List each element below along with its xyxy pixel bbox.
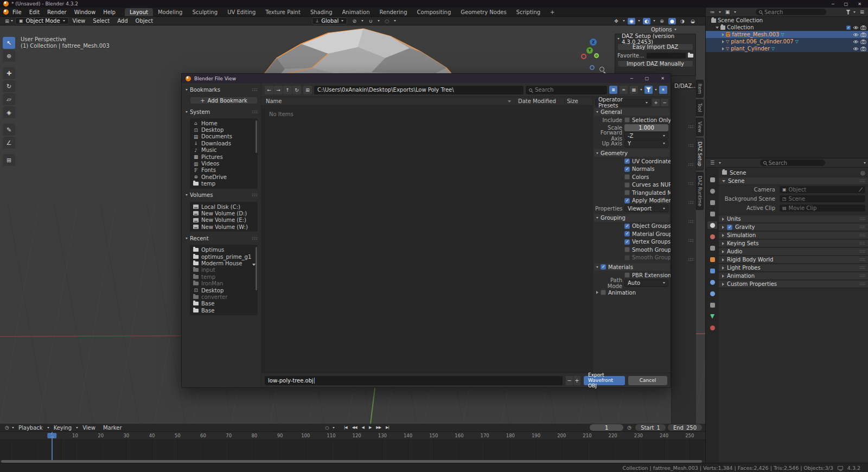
next-keyframe-button[interactable]: ▶▶ — [374, 425, 382, 430]
panel-grip[interactable] — [859, 217, 865, 221]
sidebar-item-documents[interactable]: ▤Documents — [192, 133, 258, 140]
bookmarks-section-header[interactable]: Bookmarks — [186, 86, 258, 93]
outliner-row-plant006[interactable]: ▽ plant.006_Cylinder.007 ▽ — [706, 38, 868, 45]
panel-custom-properties[interactable]: Custom Properties — [719, 280, 868, 288]
pbr-extensions-checkbox[interactable] — [624, 272, 630, 278]
tab-render-properties[interactable] — [707, 187, 717, 195]
timeline-tick-70[interactable]: 70 — [226, 433, 232, 438]
end-frame-field[interactable]: End 250 — [668, 424, 702, 431]
eyedropper-icon[interactable]: ⟋ — [859, 187, 863, 193]
tab-scene-properties[interactable] — [707, 221, 717, 229]
workspace-tab-uv-editing[interactable]: UV Editing — [222, 8, 260, 16]
playhead[interactable] — [52, 432, 53, 460]
materials-checkbox[interactable] — [601, 264, 606, 270]
tab-constraint-properties[interactable] — [707, 301, 717, 309]
sidebar-item-desktop[interactable]: ⊡Desktop — [192, 126, 258, 133]
plant-cylinder-render-camera-icon[interactable] — [860, 46, 866, 52]
recent-item-optimus-prime-g1[interactable]: optimus_prime_g1 — [192, 253, 258, 260]
view-horizontal-list-button[interactable]: ≡ — [620, 86, 628, 94]
tab-view[interactable]: View — [696, 118, 704, 136]
gizmo-y-axis[interactable]: Y — [586, 47, 593, 54]
sidebar-item-home[interactable]: ⌂Home — [192, 120, 258, 126]
recent-item-converter[interactable]: converter — [192, 294, 258, 300]
shading-solid-button[interactable]: ● — [668, 18, 676, 24]
properties-dropdown[interactable]: Viewport — [624, 205, 668, 212]
favorite-browse-icon[interactable] — [688, 54, 693, 58]
timeline-tick-120[interactable]: 120 — [353, 433, 361, 438]
collection-render-camera-icon[interactable] — [860, 25, 866, 30]
tab-data-properties[interactable] — [707, 312, 717, 320]
add-bookmark-button[interactable]: + Add Bookmark — [190, 97, 258, 104]
snap-magnet-button[interactable]: ∪ — [367, 18, 374, 24]
dialog-maximize-button[interactable]: ▢ — [645, 76, 649, 81]
workspace-tab-animation[interactable]: Animation — [337, 8, 375, 16]
panel-rigid-body-world[interactable]: Rigid Body World — [719, 256, 868, 264]
timeline-tick-130[interactable]: 130 — [378, 433, 387, 438]
remove-preset-button[interactable]: − — [661, 99, 668, 106]
tab-tool-properties[interactable] — [707, 176, 717, 183]
viewport-menu-view[interactable]: View — [69, 18, 90, 24]
gizmo-x-axis[interactable] — [594, 53, 599, 58]
parent-directory-button[interactable]: ↑ — [283, 86, 292, 94]
panel-grip[interactable] — [859, 258, 865, 261]
workspace-tab-modeling[interactable]: Modeling — [153, 8, 188, 16]
viewport-menu-add[interactable]: Add — [113, 18, 131, 24]
panel-units[interactable]: Units — [719, 215, 868, 223]
collection-checkbox[interactable] — [846, 25, 851, 30]
timeline-menu-playback[interactable]: Playback — [15, 425, 46, 431]
fattree-hide-eye-icon[interactable] — [853, 32, 859, 37]
filter-settings-gear-icon[interactable]: ✳ — [659, 86, 667, 94]
timeline-menu-view[interactable]: View — [79, 425, 99, 431]
tab-modifier-properties[interactable] — [707, 267, 717, 275]
timeline-menu-keying[interactable]: Keying — [50, 425, 75, 431]
timeline-tick-180[interactable]: 180 — [506, 433, 515, 438]
curves-as-nurbs-checkbox[interactable] — [624, 182, 630, 188]
recent-item-desktop[interactable]: ⊡Desktop — [192, 287, 258, 294]
display-size-caret[interactable] — [640, 89, 642, 91]
grouping-section-header[interactable]: Grouping — [594, 214, 669, 222]
autokey-button[interactable]: ○ — [323, 424, 331, 431]
gizmo-z-neg-axis[interactable] — [590, 65, 595, 70]
tab-object-properties[interactable] — [707, 256, 717, 263]
gizmo-x-neg-axis[interactable] — [581, 54, 586, 59]
tool-annotate[interactable]: ✎ — [3, 124, 15, 136]
sidebar-item-volume-w[interactable]: New Volume (W:) — [192, 224, 258, 230]
sidebar-item-pictures[interactable]: ▦Pictures — [192, 154, 258, 160]
refresh-button[interactable]: ↻ — [292, 86, 301, 94]
menu-window[interactable]: Window — [71, 9, 99, 15]
up-axis-dropdown[interactable]: Y — [624, 140, 668, 148]
filter-caret[interactable] — [655, 89, 657, 91]
start-frame-field[interactable]: Start 1 — [635, 424, 666, 431]
timeline-tick-250[interactable]: 250 — [685, 433, 694, 438]
viewport-menu-object[interactable]: Object — [132, 18, 157, 24]
recent-item-ironman[interactable]: IronMan — [192, 280, 258, 286]
panel-grip[interactable] — [859, 179, 865, 183]
shading-material-button[interactable]: ◑ — [679, 18, 686, 24]
outliner-row-plant-cylinder[interactable]: ▽ plant_Cylinder ▽ — [706, 45, 868, 52]
menu-help[interactable]: Help — [99, 9, 119, 15]
viewport-zoom-icon[interactable] — [599, 67, 604, 72]
column-name[interactable]: Name — [261, 98, 515, 104]
stopwatch-icon[interactable]: ◷ — [626, 424, 633, 431]
view-thumbnails-button[interactable]: ▦ — [630, 86, 638, 94]
timeline-tick-30[interactable]: 30 — [123, 433, 129, 438]
export-wavefront-obj-button[interactable]: Export Wavefront OBJ — [584, 376, 625, 385]
fattree-expand-icon[interactable] — [722, 33, 724, 36]
import-daz-manually-button[interactable]: Import DAZ Manually — [617, 60, 693, 67]
smooth-group-bitflags-checkbox[interactable] — [624, 255, 630, 260]
plant006-expand-icon[interactable] — [722, 40, 724, 43]
path-mode-dropdown[interactable]: Auto — [624, 279, 668, 287]
timeline-tick-190[interactable]: 190 — [532, 433, 540, 438]
mode-selector[interactable]: ▣ Object Mode — [15, 17, 69, 24]
add-preset-button[interactable]: + — [652, 99, 660, 106]
sidebar-item-music[interactable]: ♪Music — [192, 147, 258, 154]
timeline-tick-100[interactable]: 100 — [301, 433, 310, 438]
path-input[interactable]: C:\Users\0xAnakin\Desktop\Exports\Low Po… — [314, 86, 524, 94]
toggle-xray-button[interactable]: ◐ — [643, 18, 650, 24]
workspace-tab-shading[interactable]: Shading — [305, 8, 337, 16]
sidebar-collapse-chevron[interactable] — [252, 261, 256, 267]
recent-item-input[interactable]: input — [192, 267, 258, 273]
workspace-tab-geometry-nodes[interactable]: Geometry Nodes — [456, 8, 511, 16]
sidebar-item-videos[interactable]: ▥Videos — [192, 160, 258, 167]
shading-rendered-button[interactable]: ◒ — [689, 18, 697, 24]
